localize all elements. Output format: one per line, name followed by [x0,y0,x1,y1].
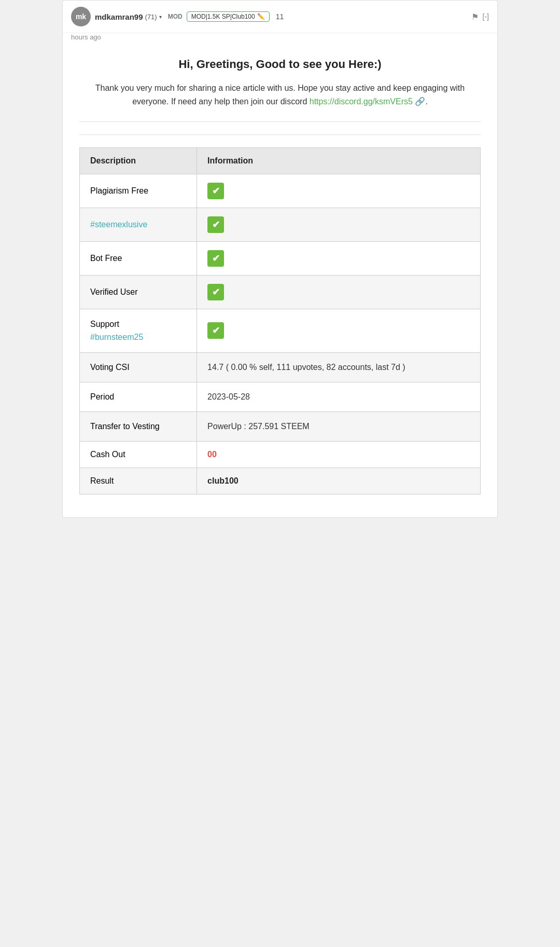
info-text: 2023-05-28 [207,392,250,401]
table-row: Period2023-05-28 [80,382,481,411]
table-cell-description: Support#burnsteem25 [80,309,197,352]
flag-icon[interactable]: ⚑ [471,12,479,22]
table-cell-description: Plagiarism Free [80,174,197,208]
greeting-title: Hi, Greetings, Good to see you Here:) [79,58,481,71]
table-row: Resultclub100 [80,468,481,494]
table-cell-info: ✔ [197,275,481,309]
table-cell-description: #steemexlusive [80,208,197,241]
external-link-icon: 🔗 [415,97,425,106]
table-cell-description: Period [80,382,197,411]
period: . [425,97,427,106]
col-description-header: Description [80,147,197,174]
table-cell-description: Voting CSI [80,352,197,382]
role-badge-text: MOD|1.5K SP|Club100 [191,13,255,20]
collapse-button[interactable]: [-] [483,12,489,21]
desc-text: Support [90,320,119,328]
desc-link[interactable]: #burnsteem25 [90,333,143,341]
check-icon: ✔ [207,250,224,267]
table-cell-info: 2023-05-28 [197,382,481,411]
col-information-header: Information [197,147,481,174]
table-cell-description: Verified User [80,275,197,309]
check-icon: ✔ [207,216,224,233]
table-cell-info: ✔ [197,309,481,352]
divider2 [79,134,481,135]
table-row: Support#burnsteem25✔ [80,309,481,352]
avatar: mk [71,7,91,26]
post-header: mk mdkamran99 (71) ▾ MOD MOD|1.5K SP|Clu… [63,1,497,33]
result-value: club100 [207,476,239,485]
time-ago: hours ago [63,33,497,45]
table-row: Bot Free✔ [80,241,481,275]
discord-link[interactable]: https://discord.gg/ksmVErs5 [310,97,413,106]
table-cell-info: ✔ [197,174,481,208]
check-icon: ✔ [207,322,224,339]
greeting-body: Thank you very much for sharing a nice a… [79,81,481,109]
username[interactable]: mdkamran99 [95,12,143,21]
edit-icon[interactable]: ✏️ [257,13,265,20]
table-cell-info: PowerUp : 257.591 STEEM [197,411,481,441]
table-row: Verified User✔ [80,275,481,309]
table-cell-info: club100 [197,468,481,494]
table-cell-info: 14.7 ( 0.00 % self, 111 upvotes, 82 acco… [197,352,481,382]
post-card: mk mdkamran99 (71) ▾ MOD MOD|1.5K SP|Clu… [62,0,498,518]
info-text: PowerUp : 257.591 STEEM [207,422,310,431]
check-icon: ✔ [207,284,224,300]
table-cell-description: Cash Out [80,441,197,468]
table-cell-info: 00 [197,441,481,468]
table-row: #steemexlusive✔ [80,208,481,241]
desc-link[interactable]: #steemexlusive [90,220,147,229]
info-table: Description Information Plagiarism Free✔… [79,147,481,495]
table-header-row: Description Information [80,147,481,174]
table-cell-info: ✔ [197,241,481,275]
cash-out-value: 00 [207,450,217,459]
table-cell-description: Bot Free [80,241,197,275]
check-icon: ✔ [207,183,224,199]
table-cell-description: Transfer to Vesting [80,411,197,441]
table-row: Plagiarism Free✔ [80,174,481,208]
username-block: mdkamran99 (71) ▾ [95,12,162,21]
table-row: Transfer to VestingPowerUp : 257.591 STE… [80,411,481,441]
table-cell-info: ✔ [197,208,481,241]
table-row: Voting CSI14.7 ( 0.00 % self, 111 upvote… [80,352,481,382]
reputation: (71) [145,13,157,21]
dropdown-arrow-icon[interactable]: ▾ [159,14,162,20]
content-area: Hi, Greetings, Good to see you Here:) Th… [63,45,497,517]
info-text: 14.7 ( 0.00 % self, 111 upvotes, 82 acco… [207,363,405,372]
mod-label: MOD [168,13,183,20]
table-row: Cash Out00 [80,441,481,468]
vote-count: 11 [276,12,284,21]
table-cell-description: Result [80,468,197,494]
divider [79,121,481,122]
role-badge[interactable]: MOD|1.5K SP|Club100 ✏️ [187,11,270,22]
